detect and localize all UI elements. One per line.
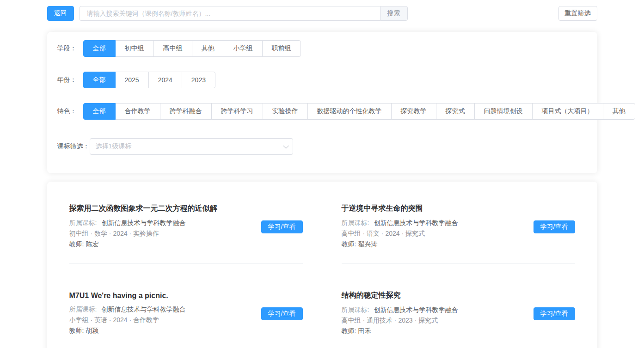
course-meta-line: 小学组 · 英语 · 2024 · 合作教学: [69, 315, 186, 325]
course-title: 探索用二次函数图象求一元二次方程的近似解: [69, 204, 217, 214]
filter-option-button[interactable]: 探究式: [436, 103, 475, 120]
course-standard-line: 所属课标:创新信息技术与学科教学融合: [69, 304, 186, 315]
filter-label: 特色：: [57, 107, 83, 116]
course-standard-label: 所属课标:: [342, 219, 369, 226]
study-view-button[interactable]: 学习/查看: [534, 307, 575, 320]
course-list-panel: 探索用二次函数图象求一元二次方程的近似解 所属课标:创新信息技术与学科教学融合 …: [47, 182, 597, 348]
course-card: 结构的稳定性探究 所属课标:创新信息技术与学科教学融合 高中组 · 通用技术 ·…: [342, 279, 575, 348]
course-standard-value: 创新信息技术与学科教学融合: [101, 219, 185, 226]
course-teacher-value: 翟兴涛: [358, 240, 377, 248]
course-teacher-value: 陈宏: [86, 240, 98, 248]
course-meta-line: 高中组 · 通用技术 · 2023 · 探究式: [342, 315, 458, 326]
standard-select-placeholder: 选择1级课标: [96, 142, 283, 151]
back-button[interactable]: 返回: [47, 6, 74, 21]
course-info: 结构的稳定性探究 所属课标:创新信息技术与学科教学融合 高中组 · 通用技术 ·…: [342, 291, 458, 336]
filter-option-button[interactable]: 其他: [192, 40, 224, 57]
course-standard-line: 所属课标:创新信息技术与学科教学融合: [342, 305, 458, 315]
course-standard-label: 所属课标:: [69, 219, 97, 226]
course-info: 探索用二次函数图象求一元二次方程的近似解 所属课标:创新信息技术与学科教学融合 …: [69, 204, 217, 250]
filter-option-button[interactable]: 职前组: [262, 40, 301, 57]
standard-filter-row: 课标筛选： 选择1级课标: [57, 138, 587, 155]
course-title: M7U1 We're having a picnic.: [69, 292, 186, 300]
course-meta-line: 初中组 · 数学 · 2024 · 实验操作: [69, 228, 217, 239]
filter-option-button[interactable]: 初中组: [115, 40, 154, 57]
filter-option-group: 全部初中组高中组其他小学组职前组: [83, 40, 301, 57]
course-standard-label: 所属课标:: [69, 305, 97, 313]
filter-rows: 学段： 全部初中组高中组其他小学组职前组 年份： 全部202520242023 …: [57, 40, 587, 120]
course-grid: 探索用二次函数图象求一元二次方程的近似解 所属课标:创新信息技术与学科教学融合 …: [69, 192, 575, 348]
course-title: 结构的稳定性探究: [342, 291, 458, 300]
page-container: 返回 搜索 重置筛选 学段： 全部初中组高中组其他小学组职前组 年份： 全部20…: [47, 6, 597, 348]
course-teacher-label: 教师:: [342, 240, 356, 248]
top-bar: 返回 搜索 重置筛选: [47, 6, 597, 21]
filter-option-button[interactable]: 2023: [182, 72, 215, 88]
course-standard-label: 所属课标:: [342, 306, 369, 313]
filter-panel: 学段： 全部初中组高中组其他小学组职前组 年份： 全部202520242023 …: [47, 32, 597, 173]
filter-label: 年份：: [57, 76, 83, 84]
course-card: 于逆境中寻求生命的突围 所属课标:创新信息技术与学科教学融合 高中组 · 语文 …: [342, 192, 575, 264]
course-info: 于逆境中寻求生命的突围 所属课标:创新信息技术与学科教学融合 高中组 · 语文 …: [342, 204, 458, 250]
filter-option-button[interactable]: 全部: [83, 103, 116, 120]
filter-option-button[interactable]: 2024: [148, 72, 182, 88]
filter-option-button[interactable]: 实验操作: [263, 103, 308, 120]
filter-option-button[interactable]: 数据驱动的个性化教学: [307, 103, 392, 120]
filter-option-button[interactable]: 合作教学: [115, 103, 160, 120]
study-view-button[interactable]: 学习/查看: [261, 220, 303, 233]
standard-select[interactable]: 选择1级课标: [90, 138, 293, 155]
filter-row: 特色： 全部合作教学跨学科融合跨学科学习实验操作数据驱动的个性化教学探究教学探究…: [57, 103, 587, 120]
study-view-button[interactable]: 学习/查看: [534, 220, 575, 233]
standard-filter-label: 课标筛选：: [57, 142, 90, 151]
search-button[interactable]: 搜索: [380, 6, 408, 21]
course-card: M7U1 We're having a picnic. 所属课标:创新信息技术与…: [69, 279, 303, 348]
filter-option-button[interactable]: 探究教学: [391, 103, 436, 120]
filter-option-button[interactable]: 全部: [83, 40, 116, 57]
chevron-down-icon: [283, 143, 289, 149]
course-teacher-value: 胡颖: [86, 327, 98, 334]
course-card: 探索用二次函数图象求一元二次方程的近似解 所属课标:创新信息技术与学科教学融合 …: [69, 192, 303, 264]
course-teacher-label: 教师:: [69, 327, 84, 334]
course-standard-value: 创新信息技术与学科教学融合: [374, 219, 458, 226]
course-standard-value: 创新信息技术与学科教学融合: [101, 305, 185, 313]
course-teacher-line: 教师:陈宏: [69, 239, 217, 250]
course-title: 于逆境中寻求生命的突围: [342, 204, 458, 214]
course-teacher-label: 教师:: [342, 327, 356, 335]
study-view-button[interactable]: 学习/查看: [261, 307, 303, 320]
course-standard-line: 所属课标:创新信息技术与学科教学融合: [342, 218, 458, 228]
course-teacher-line: 教师:翟兴涛: [342, 239, 458, 250]
filter-option-group: 全部202520242023: [83, 72, 215, 88]
filter-row: 学段： 全部初中组高中组其他小学组职前组: [57, 40, 587, 57]
filter-option-button[interactable]: 问题情境创设: [474, 103, 533, 120]
filter-option-button[interactable]: 高中组: [153, 40, 192, 57]
filter-option-button[interactable]: 其他: [603, 103, 635, 120]
filter-option-button[interactable]: 跨学科融合: [160, 103, 212, 120]
course-standard-line: 所属课标:创新信息技术与学科教学融合: [69, 218, 217, 228]
filter-label: 学段：: [57, 44, 83, 53]
search-input[interactable]: [80, 6, 380, 21]
course-teacher-value: 田禾: [358, 327, 371, 335]
filter-option-button[interactable]: 项目式（大项目）: [532, 103, 603, 120]
course-teacher-label: 教师:: [69, 240, 84, 248]
filter-row: 年份： 全部202520242023: [57, 72, 587, 88]
course-info: M7U1 We're having a picnic. 所属课标:创新信息技术与…: [69, 292, 186, 336]
course-teacher-line: 教师:胡颖: [69, 325, 186, 336]
filter-option-button[interactable]: 全部: [83, 72, 116, 88]
filter-option-button[interactable]: 跨学科学习: [211, 103, 263, 120]
course-teacher-line: 教师:田禾: [342, 326, 458, 336]
filter-option-button[interactable]: 小学组: [224, 40, 263, 57]
filter-option-group: 全部合作教学跨学科融合跨学科学习实验操作数据驱动的个性化教学探究教学探究式问题情…: [83, 103, 635, 120]
filter-option-button[interactable]: 2025: [115, 72, 149, 88]
course-meta-line: 高中组 · 语文 · 2024 · 探究式: [342, 228, 458, 239]
reset-filters-button[interactable]: 重置筛选: [558, 6, 597, 21]
search-group: 搜索: [80, 6, 408, 21]
course-standard-value: 创新信息技术与学科教学融合: [374, 306, 458, 313]
